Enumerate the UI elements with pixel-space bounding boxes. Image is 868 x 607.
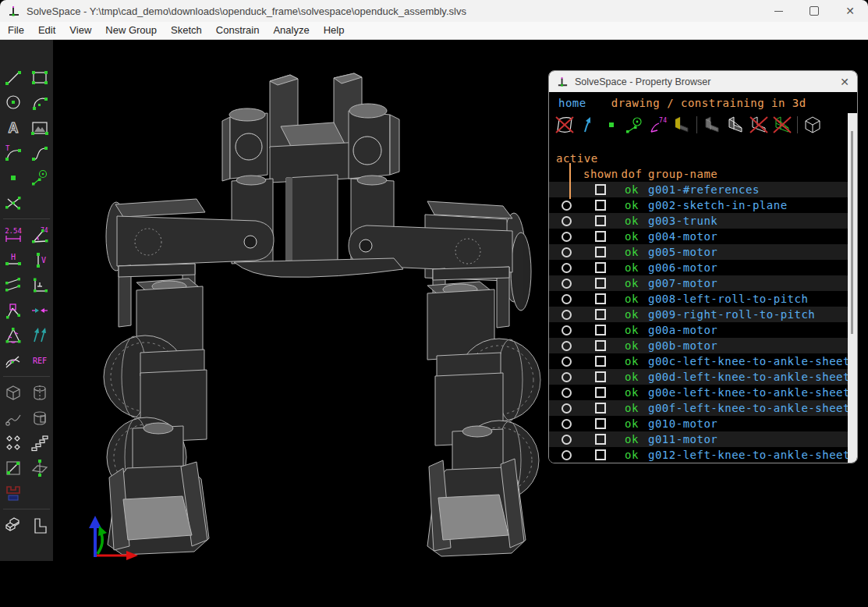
sketch-in-3d-tool[interactable] [29, 458, 51, 477]
group-name-link[interactable]: g008-left-roll-to-pitch [646, 293, 857, 305]
reference-dimension-tool[interactable]: REF [29, 350, 51, 370]
shown-checkbox[interactable] [595, 231, 606, 242]
outlines-toggle[interactable] [747, 115, 771, 135]
group-name-link[interactable]: g011-motor [646, 433, 857, 445]
shown-checkbox[interactable] [595, 293, 606, 304]
scrollbar-thumb[interactable] [851, 131, 853, 334]
group-row[interactable]: okg00a-motor [549, 322, 857, 338]
mesh-toggle[interactable] [771, 115, 794, 135]
group-name-link[interactable]: g010-motor [646, 417, 857, 430]
property-browser-close-button[interactable]: ✕ [840, 71, 849, 92]
helix-tool[interactable] [2, 408, 24, 428]
menu-item-sketch[interactable]: Sketch [164, 22, 209, 39]
menu-item-new-group[interactable]: New Group [98, 22, 164, 39]
distance-dimension-tool[interactable]: 2.54 [2, 225, 24, 245]
shown-checkbox[interactable] [595, 278, 606, 289]
group-row[interactable]: okg002-sketch-in-plane [549, 197, 857, 213]
tangent-arc-tool[interactable]: T [2, 143, 24, 162]
group-name-link[interactable]: g003-trunk [646, 215, 857, 227]
group-name-link[interactable]: g012-left-knee-to-ankle-sheet [646, 449, 857, 461]
shown-checkbox[interactable] [595, 215, 606, 226]
parallel-constraint-tool[interactable] [2, 275, 24, 295]
menu-item-edit[interactable]: Edit [31, 22, 62, 39]
group-name-link[interactable]: g001-#references [646, 183, 857, 196]
group-row[interactable]: okg005-motor [549, 244, 857, 260]
tab-home[interactable]: home [558, 97, 586, 109]
activate-radio[interactable] [562, 357, 572, 367]
group-name-link[interactable]: g004-motor [646, 230, 857, 243]
window-titlebar[interactable]: SolveSpace - Y:\tmp\cad_demo\downloads\o… [0, 0, 868, 22]
text-tool[interactable]: A [2, 118, 24, 137]
arc-tool[interactable] [29, 93, 51, 112]
menu-item-analyze[interactable]: Analyze [266, 22, 316, 39]
rectangle-tool[interactable] [29, 68, 51, 87]
group-row[interactable]: okg00f-left-knee-to-ankle-sheet [549, 400, 857, 416]
shown-checkbox[interactable] [595, 184, 606, 195]
close-button[interactable]: ✕ [832, 0, 868, 22]
group-row[interactable]: okg004-motor [549, 229, 857, 244]
group-row[interactable]: okg006-motor [549, 260, 857, 275]
l-bracket-tool[interactable] [29, 516, 51, 535]
activate-radio[interactable] [562, 325, 572, 335]
rotate-repeat-tool[interactable] [29, 433, 51, 453]
horizontal-constraint-tool[interactable]: H [2, 250, 24, 270]
image-tool[interactable] [29, 118, 51, 137]
vertical-constraint-tool[interactable]: V [29, 250, 51, 270]
activate-radio[interactable] [562, 341, 572, 351]
group-name-link[interactable]: g005-motor [646, 246, 857, 258]
activate-radio[interactable] [562, 419, 572, 429]
constraints-toggle[interactable]: 74° [647, 115, 670, 135]
shown-checkbox[interactable] [595, 371, 606, 382]
property-browser-titlebar[interactable]: SolveSpace - Property Browser ✕ [549, 71, 857, 92]
group-row[interactable]: okg008-left-roll-to-pitch [549, 291, 857, 307]
group-name-link[interactable]: g00f-left-knee-to-ankle-sheet [646, 402, 857, 414]
line-segment-tool[interactable] [2, 68, 24, 87]
circle-tool[interactable] [2, 93, 24, 112]
edges-toggle[interactable] [724, 115, 747, 135]
translate-repeat-tool[interactable] [2, 433, 24, 453]
group-row[interactable]: okg007-motor [549, 275, 857, 291]
perpendicular-constraint-tool[interactable] [29, 275, 51, 295]
group-row[interactable]: okg00c-left-knee-to-ankle-sheet [549, 353, 857, 369]
shown-checkbox[interactable] [595, 262, 606, 273]
shown-checkbox[interactable] [595, 325, 606, 335]
group-row[interactable]: okg001-#references [549, 182, 857, 197]
shown-checkbox[interactable] [595, 418, 606, 429]
group-name-link[interactable]: g007-motor [646, 277, 857, 289]
activate-radio[interactable] [562, 216, 572, 226]
property-browser-scrollbar[interactable] [848, 113, 857, 463]
datum-point-tool[interactable] [2, 168, 24, 187]
split-curves-tool[interactable] [2, 193, 24, 212]
activate-radio[interactable] [562, 232, 572, 242]
activate-radio[interactable] [562, 450, 572, 460]
group-row[interactable]: okg003-trunk [549, 213, 857, 229]
group-name-link[interactable]: g00a-motor [646, 324, 857, 336]
lathe-tool[interactable] [29, 383, 51, 403]
link-part-tool[interactable] [2, 516, 24, 535]
minimize-button[interactable] [760, 0, 796, 22]
group-row[interactable]: okg00e-left-knee-to-ankle-sheet [549, 385, 857, 400]
equal-constraint-tool[interactable] [2, 325, 24, 345]
activate-radio[interactable] [562, 263, 572, 273]
group-name-link[interactable]: g00b-motor [646, 339, 857, 352]
on-entity-constraint-tool[interactable] [2, 300, 24, 320]
construction-toggle[interactable] [623, 115, 647, 135]
activate-radio[interactable] [562, 435, 572, 445]
group-row[interactable]: okg009-right-roll-to-pitch [549, 307, 857, 322]
group-name-link[interactable]: g009-right-roll-to-pitch [646, 308, 857, 321]
group-name-link[interactable]: g00c-left-knee-to-ankle-sheet [646, 355, 857, 367]
sketch-in-plane-tool[interactable] [2, 458, 24, 477]
occluded-toggle[interactable] [801, 115, 824, 135]
group-row[interactable]: okg012-left-knee-to-ankle-sheet [549, 447, 857, 463]
extrude-tool[interactable] [2, 383, 24, 403]
group-name-link[interactable]: g00e-left-knee-to-ankle-sheet [646, 386, 857, 399]
maximize-button[interactable] [796, 0, 832, 22]
toggle-construction-tool[interactable] [29, 168, 51, 187]
activate-radio[interactable] [562, 372, 572, 382]
shown-checkbox[interactable] [595, 340, 606, 351]
shown-checkbox[interactable] [595, 356, 606, 367]
group-row[interactable]: okg00b-motor [549, 338, 857, 353]
activate-radio[interactable] [562, 247, 572, 257]
cubic-bezier-tool[interactable] [29, 143, 51, 162]
shown-checkbox[interactable] [595, 449, 606, 460]
